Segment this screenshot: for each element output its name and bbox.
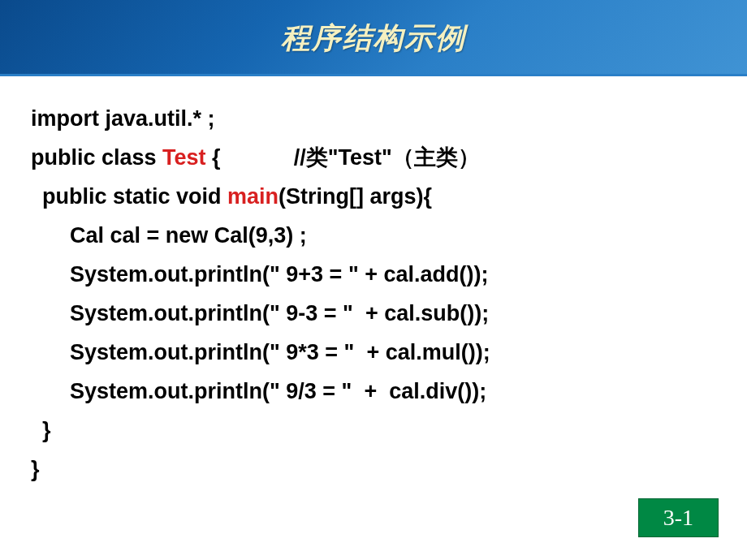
code-line-3: public static void main(String[] args){ — [31, 177, 716, 216]
slide-content: import java.util.* ; public class Test {… — [0, 76, 747, 505]
keyword-main: main — [227, 184, 279, 209]
code-line-1: import java.util.* ; — [31, 99, 716, 138]
keyword-test: Test — [162, 145, 206, 170]
code-line-4: Cal cal = new Cal(9,3) ; — [31, 216, 716, 255]
code-line-10: } — [31, 450, 716, 489]
slide-title: 程序结构示例 — [281, 19, 466, 58]
slide-header: 程序结构示例 — [0, 0, 747, 76]
code-line-5: System.out.println(" 9+3 = " + cal.add()… — [31, 255, 716, 294]
code-line-7: System.out.println(" 9*3 = " + cal.mul()… — [31, 333, 716, 372]
code-line-8: System.out.println(" 9/3 = " + cal.div()… — [31, 372, 716, 411]
code-line-6: System.out.println(" 9-3 = " + cal.sub()… — [31, 294, 716, 333]
code-line-2: public class Test { //类"Test"（主类） — [31, 138, 716, 177]
code-comment: //类"Test"（主类） — [294, 145, 480, 170]
code-line-9: } — [31, 411, 716, 450]
code-text: { — [206, 145, 294, 170]
code-text: public class — [31, 145, 162, 170]
code-text: public static void — [42, 184, 227, 209]
code-text: (String[] args){ — [279, 184, 432, 209]
page-number-badge: 3-1 — [638, 498, 719, 537]
